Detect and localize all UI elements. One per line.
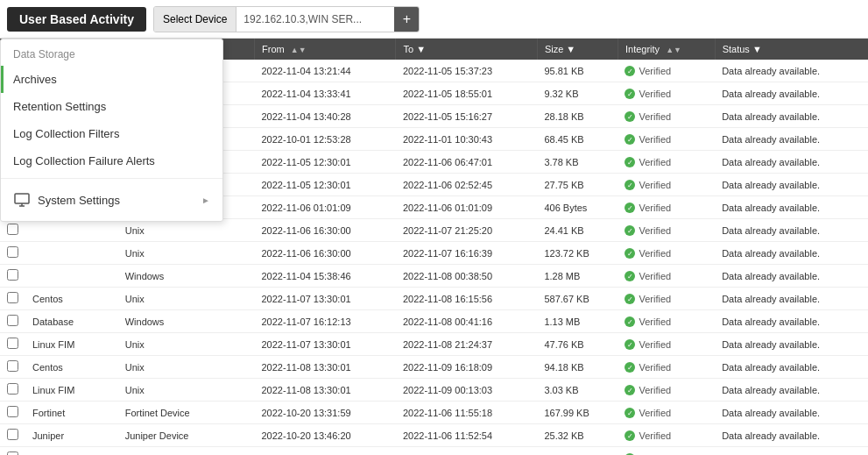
row-from: 2022-11-04 13:21:44 [255, 60, 396, 82]
row-type: Unix [118, 356, 255, 379]
row-source: Linux FIM [25, 333, 118, 356]
row-status: Data already available. [715, 288, 868, 310]
row-from: 2022-11-04 13:33:41 [255, 82, 396, 105]
row-status: Data already available. [715, 242, 868, 265]
menu-item-retention[interactable]: Retention Settings [1, 93, 222, 120]
row-status: Data already available. [715, 265, 868, 288]
menu-item-archives[interactable]: Archives [1, 66, 222, 93]
table-row: Centos Unix 2022-11-08 13:30:01 2022-11-… [0, 356, 868, 379]
row-checkbox[interactable] [7, 429, 18, 440]
row-integrity: ✓ Verified [617, 402, 715, 424]
row-checkbox[interactable] [7, 338, 18, 349]
row-checkbox-cell [0, 356, 25, 379]
col-to[interactable]: To ▼ [396, 39, 537, 60]
integrity-value: Verified [639, 294, 671, 304]
row-checkbox[interactable] [7, 360, 18, 372]
table-row: Linux FIM Unix 2022-11-07 13:30:01 2022-… [0, 333, 868, 356]
integrity-value: Verified [639, 271, 671, 281]
row-checkbox-cell [0, 288, 25, 310]
verified-dot-icon: ✓ [625, 111, 635, 122]
row-size: 68.45 KB [537, 128, 617, 151]
row-from: 2022-11-04 13:40:28 [255, 105, 396, 128]
row-source: Juniper [25, 424, 118, 447]
row-to: 2022-11-06 11:51:07 [396, 447, 537, 456]
col-size[interactable]: Size ▼ [537, 39, 617, 60]
menu-item-log-filters[interactable]: Log Collection Filters [1, 120, 222, 147]
row-checkbox-cell [0, 242, 25, 265]
add-device-button[interactable]: + [394, 6, 419, 32]
row-status: Data already available. [715, 105, 868, 128]
row-type: Unix [118, 219, 255, 242]
row-checkbox[interactable] [7, 315, 18, 326]
row-integrity: ✓ Verified [617, 174, 715, 196]
row-status: Data already available. [715, 151, 868, 174]
verified-dot-icon: ✓ [625, 66, 635, 76]
integrity-value: Verified [639, 111, 671, 122]
row-to: 2022-11-06 06:47:01 [396, 151, 537, 174]
integrity-value: Verified [639, 203, 671, 213]
row-checkbox[interactable] [7, 224, 18, 235]
menu-item-log-failure[interactable]: Log Collection Failure Alerts [1, 147, 222, 174]
table-row: Fortinet Fortinet Device 2022-10-20 13:3… [0, 402, 868, 424]
integrity-value: Verified [639, 248, 671, 259]
row-from: 2022-11-08 13:30:01 [255, 379, 396, 402]
table-row: Database Windows 2022-11-07 16:12:13 202… [0, 310, 868, 333]
row-type: Windows [118, 310, 255, 333]
row-checkbox[interactable] [7, 451, 18, 455]
device-input[interactable] [236, 7, 394, 32]
row-integrity: ✓ Verified [617, 310, 715, 333]
row-integrity: ✓ Verified [617, 196, 715, 219]
integrity-value: Verified [639, 225, 671, 236]
verified-dot-icon: ✓ [625, 248, 635, 259]
row-type: Unix [118, 242, 255, 265]
integrity-value: Verified [639, 362, 671, 373]
integrity-value: Verified [639, 180, 671, 190]
verified-dot-icon: ✓ [625, 180, 635, 190]
col-status[interactable]: Status ▼ [715, 39, 868, 60]
row-checkbox[interactable] [7, 292, 18, 303]
menu-item-archives-label: Archives [13, 73, 57, 86]
menu-divider [1, 178, 222, 179]
row-checkbox[interactable] [7, 406, 18, 417]
row-size: 94.18 KB [537, 356, 617, 379]
dropdown-menu: Data Storage Archives Retention Settings… [0, 39, 223, 222]
col-integrity[interactable]: Integrity ▲▼ [617, 39, 715, 60]
row-size: 95.81 KB [537, 60, 617, 82]
menu-item-retention-label: Retention Settings [13, 100, 106, 113]
verified-dot-icon: ✓ [625, 157, 635, 167]
verified-dot-icon: ✓ [625, 316, 635, 327]
col-from[interactable]: From ▲▼ [255, 39, 396, 60]
row-checkbox[interactable] [7, 383, 18, 395]
row-size: 1.28 MB [537, 265, 617, 288]
row-size: 27.75 KB [537, 174, 617, 196]
row-type: Fortinet Device [118, 402, 255, 424]
row-source [25, 265, 118, 288]
row-checkbox[interactable] [7, 269, 18, 281]
row-to: 2022-11-01 10:30:43 [396, 128, 537, 151]
verified-dot-icon: ✓ [625, 430, 635, 441]
row-source [25, 242, 118, 265]
row-to: 2022-11-08 21:24:37 [396, 333, 537, 356]
row-source: Centos [25, 288, 118, 310]
row-checkbox-cell [0, 447, 25, 456]
row-checkbox-cell [0, 424, 25, 447]
row-size: 25.32 KB [537, 424, 617, 447]
row-to: 2022-11-08 16:15:56 [396, 288, 537, 310]
integrity-value: Verified [639, 134, 671, 145]
integrity-value: Verified [639, 66, 671, 76]
table-row: Linux FIM Unix 2022-11-08 13:30:01 2022-… [0, 379, 868, 402]
row-type: Windows [118, 265, 255, 288]
row-checkbox-cell [0, 333, 25, 356]
row-size: 50.20 KB [537, 447, 617, 456]
row-integrity: ✓ Verified [617, 379, 715, 402]
row-status: Data already available. [715, 60, 868, 82]
row-size: 9.32 KB [537, 82, 617, 105]
svg-rect-0 [15, 194, 29, 203]
integrity-value: Verified [639, 316, 671, 327]
menu-item-system-settings[interactable]: System Settings ► [1, 182, 222, 217]
app-title: User Based Activity [7, 7, 146, 32]
row-checkbox[interactable] [7, 246, 18, 258]
system-settings-label: System Settings [38, 194, 120, 207]
row-source: Fortinet [25, 402, 118, 424]
row-integrity: ✓ Verified [617, 219, 715, 242]
